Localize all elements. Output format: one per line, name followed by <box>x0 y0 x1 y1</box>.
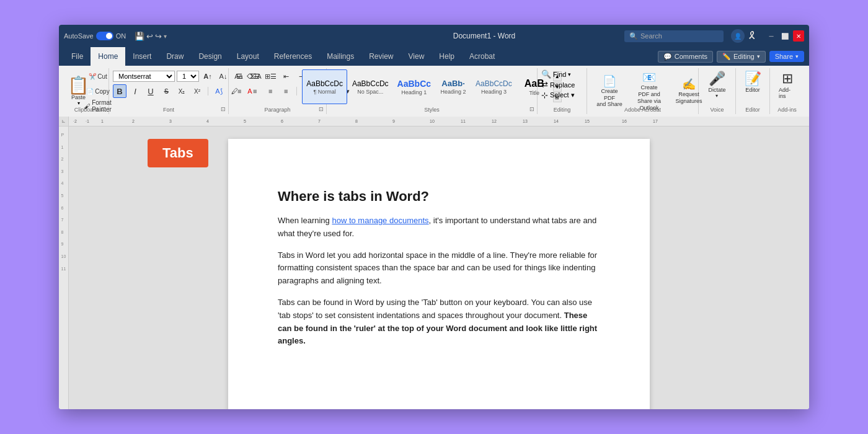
replace-row: ⇄ Replace <box>541 80 575 89</box>
document-page[interactable]: Where is tabs in Word? When learning how… <box>228 139 650 409</box>
add-ins-group-label: Add-ins <box>777 107 797 113</box>
ruler-4: 5 <box>244 119 246 123</box>
style-normal[interactable]: AaBbCcDc ¶ Normal <box>302 69 347 104</box>
close-button[interactable]: ✕ <box>793 30 804 42</box>
tab-draw[interactable]: Draw <box>159 47 191 66</box>
style-heading3[interactable]: AaBbCcDc Heading 3 <box>472 69 516 104</box>
save-icon[interactable]: 💾 <box>135 32 144 41</box>
customize-icon[interactable]: ▾ <box>164 33 167 40</box>
clipboard-label: Clipboard <box>74 107 99 113</box>
copy-icon: 📄 <box>86 88 94 95</box>
ruler-numbers: P 1 2 3 4 5 6 7 8 9 10 11 <box>61 129 66 275</box>
ruler-corner[interactable]: ⊾ <box>59 117 69 126</box>
multi-list-btn[interactable]: ⊞☰ <box>264 69 277 83</box>
tab-help[interactable]: Help <box>432 47 462 66</box>
subscript-btn[interactable]: X₂ <box>175 84 188 98</box>
para1-link[interactable]: how to manage documents <box>332 216 428 225</box>
doc-para2: Tabs in Word let you add horizontal spac… <box>278 249 600 288</box>
editing-button[interactable]: ✏️ Editing ▾ <box>717 51 766 63</box>
redo-icon[interactable]: ↪ <box>155 32 162 41</box>
decrease-indent-btn[interactable]: ⇤ <box>279 69 293 83</box>
underline-btn[interactable]: U <box>144 84 157 98</box>
style-heading1-label: Heading 1 <box>401 89 427 95</box>
align-center-btn[interactable]: ≡ <box>248 84 262 98</box>
document-area: ⊾ P 1 2 3 4 5 6 7 8 9 10 11 <box>59 117 809 409</box>
tab-insert[interactable]: Insert <box>125 47 159 66</box>
font-grow-btn[interactable]: A↑ <box>201 69 215 83</box>
comments-button[interactable]: 💬 Comments <box>658 51 713 63</box>
tab-layout[interactable]: Layout <box>229 47 267 66</box>
search-box[interactable]: 🔍 Search <box>624 30 724 42</box>
justify-btn[interactable]: ≡ <box>279 84 293 98</box>
clipboard-expand[interactable]: ⊡ <box>100 105 107 113</box>
autosave-toggle[interactable] <box>96 32 113 40</box>
document-scroll[interactable]: ↖ Tabs Where is tabs in Word? When learn… <box>69 126 809 409</box>
numbering-btn[interactable]: 1☰ <box>248 69 262 83</box>
style-heading1[interactable]: AaBbCc Heading 1 <box>394 69 435 104</box>
dictate-label: Dictate <box>708 87 725 93</box>
horizontal-ruler: ·2 ·1 1 2 3 4 5 6 7 8 9 10 11 12 13 14 1 <box>69 117 809 126</box>
font-shrink-btn[interactable]: A↓ <box>216 69 230 83</box>
ribbon-icon[interactable]: 🎗 <box>747 30 757 42</box>
italic-btn[interactable]: I <box>128 84 142 98</box>
tab-view[interactable]: View <box>401 47 432 66</box>
tab-references[interactable]: References <box>267 47 319 66</box>
tab-review[interactable]: Review <box>361 47 401 66</box>
text-effects-btn[interactable]: A⟆ <box>212 84 226 98</box>
replace-label[interactable]: Replace <box>550 81 575 89</box>
select-label[interactable]: Select ▾ <box>550 91 575 99</box>
font-name-select[interactable]: Montserrat <box>113 71 175 82</box>
ruler-12: 13 <box>523 119 528 123</box>
styles-group: AaBbCcDc ¶ Normal AaBbCcDc No Spac... Aa… <box>327 68 538 114</box>
minimize-button[interactable]: ─ <box>766 30 777 42</box>
copy-btn[interactable]: 📄 Copy <box>91 84 105 98</box>
font-expand[interactable]: ⊡ <box>219 105 227 113</box>
para3-normal: Tabs can be found in Word by using the '… <box>278 298 592 320</box>
cut-btn[interactable]: ✂️ Cut <box>91 69 105 83</box>
editor-btn[interactable]: 📝 Editor <box>740 69 766 94</box>
restore-button[interactable]: ⬜ <box>779 30 790 42</box>
tab-mailings[interactable]: Mailings <box>319 47 361 66</box>
create-pdf-label: Create PDFand Share <box>596 88 623 108</box>
autosave-area: AutoSave ON <box>64 32 126 40</box>
ruler-15: 16 <box>622 119 627 123</box>
tab-home[interactable]: Home <box>91 47 125 66</box>
style-heading2-preview: AaBb· <box>441 79 465 88</box>
font-size-select[interactable]: 11 <box>177 71 199 82</box>
paragraph-label: Paragraph <box>265 107 291 113</box>
editor-label: Editor <box>745 87 760 93</box>
ruler-5: 6 <box>281 119 283 123</box>
style-no-spacing[interactable]: AaBbCcDc No Spac... <box>348 69 392 104</box>
add-ins-btn[interactable]: ⊞ Add-ins <box>774 69 800 100</box>
doc-heading: Where is tabs in Word? <box>278 188 600 205</box>
ruler-10: 11 <box>461 119 466 123</box>
ribbon-content: 📋 Paste ▾ ✂️ Cut 📄 Copy 🖌 Format <box>59 66 809 117</box>
undo-icon[interactable]: ↩ <box>146 32 153 41</box>
tab-acrobat[interactable]: Acrobat <box>462 47 502 66</box>
find-label[interactable]: Find <box>553 71 566 78</box>
align-left-btn[interactable]: ≡ <box>232 84 246 98</box>
style-heading2[interactable]: AaBb· Heading 2 <box>436 69 471 104</box>
font-group: Montserrat 11 A↑ A↓ Aa ⌫A B I U S̶ X₂ <box>109 68 229 114</box>
bold-btn[interactable]: B <box>113 84 126 98</box>
styles-expand[interactable]: ⊡ <box>528 105 536 113</box>
bullets-btn[interactable]: ☰ <box>232 69 246 83</box>
editor-group: 📝 Editor Editor <box>736 68 770 114</box>
superscript-btn[interactable]: X² <box>190 84 204 98</box>
align-right-btn[interactable]: ≡ <box>264 84 277 98</box>
tab-file[interactable]: File <box>64 47 91 66</box>
user-avatar[interactable]: 👤 <box>731 29 745 43</box>
paragraph-expand[interactable]: ⊡ <box>317 105 325 113</box>
style-heading1-preview: AaBbCc <box>397 79 431 89</box>
strikethrough-btn[interactable]: S̶ <box>159 84 173 98</box>
dictate-btn[interactable]: 🎤 Dictate ▾ <box>703 69 730 100</box>
ruler-7: 8 <box>355 119 358 123</box>
styles-label: Styles <box>424 107 440 113</box>
tab-design[interactable]: Design <box>191 47 229 66</box>
ruler-9: 10 <box>430 119 435 123</box>
share-button[interactable]: Share ▾ <box>769 51 804 62</box>
font-label: Font <box>163 107 174 113</box>
word-window: AutoSave ON 💾 ↩ ↪ ▾ Document1 - Word 🔍 S… <box>59 25 809 409</box>
create-pdf-btn[interactable]: 📄 Create PDFand Share <box>591 73 628 109</box>
styles-scroll: AaBbCcDc ¶ Normal AaBbCcDc No Spac... Aa… <box>302 69 562 104</box>
